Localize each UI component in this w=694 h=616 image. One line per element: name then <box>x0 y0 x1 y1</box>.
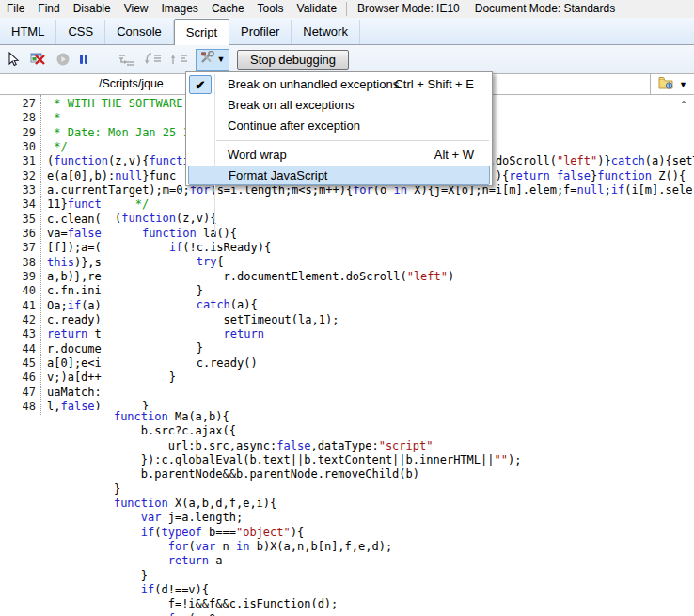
code-line: f=!i&&f&&c.isFunction(d); <box>87 597 694 611</box>
line-number: 33 <box>0 183 36 197</box>
menubar-divider <box>346 2 347 16</box>
checkmark-icon: ✔ <box>189 75 212 94</box>
debug-toolbar: ▼ Stop debugging <box>0 45 694 73</box>
code-line: c.ready() <box>115 356 694 371</box>
line-number: 27 <box>0 97 36 111</box>
step-out-icon[interactable] <box>169 49 190 70</box>
line-number: 44 <box>0 342 36 356</box>
code-line: r.documentElement.doScroll("left") <box>115 270 694 284</box>
tab-profiler[interactable]: Profiler <box>229 20 292 44</box>
open-file-folder-globe-icon <box>657 75 676 94</box>
menubar-item-file[interactable]: File <box>0 2 31 15</box>
tab-html[interactable]: HTML <box>0 20 56 44</box>
dropdown-caret-icon: ▼ <box>217 55 226 64</box>
browser-mode-menu[interactable]: Browser Mode: IE10 <box>350 2 467 15</box>
menu-item-word-wrap[interactable]: Word wrapAlt + W <box>188 145 490 166</box>
ie-developer-tools-window: FileFindDisableViewImagesCacheToolsValid… <box>0 0 694 616</box>
code-line: } <box>115 371 694 385</box>
code-line <box>115 385 694 399</box>
code-line: function la(){ <box>115 227 694 241</box>
line-number: 45 <box>0 356 36 371</box>
step-over-icon[interactable] <box>143 49 164 70</box>
select-element-icon[interactable] <box>4 49 24 70</box>
menu-item-label: Break on unhandled exceptions <box>228 74 399 95</box>
line-number: 29 <box>0 126 36 140</box>
code-line: b.parentNode&&b.parentNode.removeChild(b… <box>87 467 694 482</box>
script-path-text: /Scripts/jque <box>99 77 164 90</box>
formatted-code-lower: function Ma(a,b){ b.src?c.ajax({ url:b.s… <box>87 410 694 616</box>
menu-item-continue-after-exception[interactable]: Continue after exception <box>188 116 490 136</box>
break-icon[interactable] <box>73 49 94 70</box>
code-line: catch(a){ <box>115 298 694 312</box>
menubar-item-view[interactable]: View <box>118 2 155 15</box>
code-line: }):c.globalEval(b.text||b.textContent||b… <box>87 453 694 467</box>
menu-item-label: Break on all exceptions <box>228 95 354 116</box>
open-file-button[interactable]: ▼ <box>650 74 694 94</box>
menubar: FileFindDisableViewImagesCacheToolsValid… <box>0 0 694 18</box>
code-line: setTimeout(la,1); <box>115 313 694 327</box>
code-line: } <box>87 569 694 583</box>
tab-console[interactable]: Console <box>105 20 174 44</box>
line-number: 46 <box>0 371 36 385</box>
menubar-item-images[interactable]: Images <box>155 2 205 15</box>
menubar-item-disable[interactable]: Disable <box>67 2 118 15</box>
menubar-modes: Browser Mode: IE10Document Mode: Standar… <box>350 0 623 18</box>
line-number: 41 <box>0 299 36 313</box>
debug-options-button[interactable]: ▼ <box>196 49 229 71</box>
gutter-separator <box>40 95 41 415</box>
code-line: b.src?c.ajax({ <box>87 424 694 438</box>
line-number: 35 <box>0 213 36 227</box>
line-number: 34 <box>0 197 36 212</box>
code-line: for(n=0; <box>87 612 694 616</box>
code-line: function X(a,b,d,f,e,i){ <box>87 497 694 511</box>
code-line: return <box>115 327 694 341</box>
menubar-item-tools[interactable]: Tools <box>251 2 291 15</box>
menu-item-break-on-unhandled-exceptions[interactable]: ✔Break on unhandled exceptionsCtrl + Shi… <box>188 74 490 95</box>
code-line: url:b.src,async:false,dataType:"script" <box>87 439 694 453</box>
menu-separator <box>216 140 489 141</box>
debug-options-menu: ✔Break on unhandled exceptionsCtrl + Shi… <box>185 71 493 186</box>
line-number: 37 <box>0 241 36 255</box>
menu-item-label: Word wrap <box>228 145 287 166</box>
menubar-item-find[interactable]: Find <box>31 2 66 15</box>
menubar-item-cache[interactable]: Cache <box>205 2 251 15</box>
line-number: 32 <box>0 169 36 183</box>
line-number: 36 <box>0 227 36 241</box>
line-number: 47 <box>0 386 36 400</box>
menu-item-shortcut: Ctrl + Shift + E <box>394 74 474 95</box>
line-number: 43 <box>0 327 36 341</box>
document-mode-menu[interactable]: Document Mode: Standards <box>467 2 623 15</box>
code-line: } <box>115 341 694 355</box>
menu-item-label: Format JavaScript <box>229 166 327 184</box>
menu-item-break-on-all-exceptions[interactable]: Break on all exceptions <box>188 95 490 116</box>
line-number: 48 <box>0 400 36 414</box>
menu-item-format-javascript[interactable]: Format JavaScript <box>188 166 490 185</box>
code-line: function Ma(a,b){ <box>87 410 694 424</box>
formatted-code-upper: */(function(z,v){ function la(){ if(!c.i… <box>115 197 694 414</box>
menubar-items: FileFindDisableViewImagesCacheToolsValid… <box>0 0 343 18</box>
menubar-item-validate[interactable]: Validate <box>291 2 343 15</box>
code-line: return a <box>87 554 694 568</box>
debug-options-icon <box>200 51 216 69</box>
line-number-gutter[interactable]: 2728293031323334353637383940414243444546… <box>0 97 36 414</box>
code-line: try{ <box>115 255 694 269</box>
menu-item-shortcut: Alt + W <box>434 145 474 166</box>
clear-breakpoints-icon[interactable] <box>28 49 49 70</box>
scroll-up-icon[interactable]: ⌃ <box>679 99 688 112</box>
tab-script[interactable]: Script <box>174 19 229 45</box>
tab-css[interactable]: CSS <box>56 20 105 44</box>
tab-bar: HTMLCSSConsoleScriptProfilerNetwork <box>0 18 694 45</box>
code-line: (function(z,v){ <box>115 212 694 226</box>
line-number: 30 <box>0 140 36 154</box>
code-line: */ <box>115 197 694 212</box>
code-line: for(var n in b)X(a,n,b[n],f,e,d); <box>87 540 694 554</box>
continue-icon[interactable] <box>53 49 73 70</box>
step-into-icon[interactable] <box>117 49 137 70</box>
code-line: if(d!==v){ <box>87 583 694 597</box>
open-file-caret-icon: ▼ <box>679 80 687 89</box>
code-line: if(!c.isReady){ <box>115 241 694 255</box>
tab-network[interactable]: Network <box>292 20 360 44</box>
stop-debugging-button[interactable]: Stop debugging <box>237 50 349 70</box>
line-number: 39 <box>0 270 36 284</box>
line-number: 31 <box>0 154 36 168</box>
